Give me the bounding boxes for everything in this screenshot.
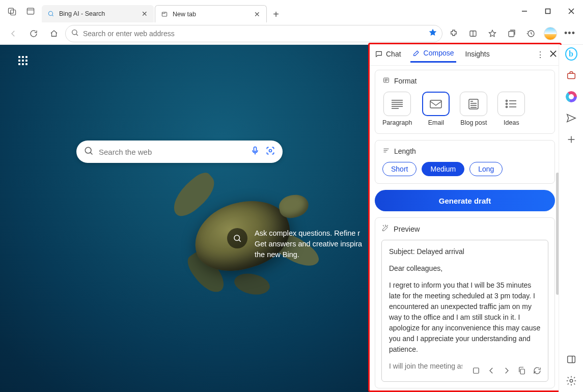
svg-rect-5 [546,9,550,14]
tab-actions-icon[interactable] [21,2,40,20]
format-label: Email [428,119,444,126]
workspaces-icon[interactable] [3,2,21,20]
m365-icon [566,91,577,102]
svg-rect-2 [27,8,34,14]
promo-line: the new Bing. [255,249,362,260]
format-option-blog[interactable]: Blog post [460,92,487,126]
tab-new-tab[interactable]: New tab ✕ [155,5,267,22]
svg-rect-23 [567,73,575,78]
sidebar-tab-label: Chat [386,50,401,58]
collections-button[interactable] [503,24,521,43]
m365-button[interactable] [565,91,577,103]
send-button[interactable] [565,112,577,124]
preview-heading-icon [381,224,390,234]
split-screen-button[interactable] [464,24,482,43]
new-tab-button[interactable]: + [268,6,284,22]
sidebar-body: Format Paragraph Email Blog post [370,66,560,390]
copy-icon[interactable] [517,366,526,378]
window-minimize-button[interactable] [513,3,536,19]
previous-icon[interactable] [487,366,496,378]
sidebar-close-button[interactable] [549,50,557,60]
format-option-paragraph[interactable]: Paragraph [382,92,412,126]
length-heading: Length [394,147,416,155]
svg-point-20 [506,106,508,108]
tab-title: New tab [173,11,196,18]
svg-point-6 [72,30,77,34]
format-card: Format Paragraph Email Blog post [375,70,555,134]
image-search-icon[interactable] [265,146,275,158]
svg-point-13 [269,150,272,152]
length-option-short[interactable]: Short [382,162,417,176]
svg-rect-0 [9,8,14,13]
svg-rect-22 [520,369,524,374]
favorite-star-icon[interactable] [429,29,437,39]
profile-button[interactable] [541,24,560,43]
sidebar-tab-chat[interactable]: Chat [373,48,403,62]
svg-point-3 [48,11,52,15]
rail-collapse-button[interactable] [565,353,577,366]
svg-point-19 [506,103,508,105]
page-search-input[interactable] [99,148,245,156]
tab-bing-ai[interactable]: Bing AI - Search ✕ [42,5,154,22]
length-option-medium[interactable]: Medium [422,162,464,176]
length-heading-icon [382,147,390,156]
preview-card: Preview Subject: Delayed arrival Dear co… [375,217,555,388]
regenerate-icon[interactable] [533,366,542,378]
promo-search-icon[interactable] [227,228,247,248]
sidebar-tab-insights[interactable]: Insights [463,48,492,62]
app-rail: b [559,45,583,392]
preview-greeting: Dear colleagues, [389,263,541,274]
length-card: Length Short Medium Long [375,140,555,184]
svg-point-18 [506,100,508,102]
more-dots-icon: ••• [564,28,575,39]
window-maximize-button[interactable] [536,3,560,19]
tab-close-button[interactable]: ✕ [140,9,150,19]
svg-rect-16 [430,100,441,108]
format-option-ideas[interactable]: Ideas [497,92,525,126]
tab-close-button[interactable]: ✕ [252,9,262,19]
svg-rect-21 [474,368,479,374]
window-close-button[interactable] [560,3,583,19]
page-search-box[interactable] [76,141,283,163]
svg-rect-8 [509,31,514,37]
promo-line: Ask complex questions. Refine r [255,228,362,239]
format-label: Blog post [460,119,487,126]
preview-textarea[interactable]: Subject: Delayed arrival Dear colleagues… [381,240,548,382]
svg-rect-12 [254,147,257,152]
sidebar-tab-label: Insights [465,50,490,58]
svg-point-14 [234,235,240,241]
add-app-button[interactable] [565,133,577,146]
sidebar-tabs: Chat Compose Insights ⋮ [370,44,560,66]
work-tools-button[interactable] [565,69,577,81]
extensions-button[interactable] [445,24,463,43]
back-button[interactable] [4,24,22,43]
preview-subject: Subject: Delayed arrival [389,246,541,257]
stop-icon[interactable] [471,366,481,378]
sidebar-tab-compose[interactable]: Compose [410,47,456,63]
preview-body: I regret to inform you that I will be 35… [389,280,541,355]
format-heading-icon [382,76,390,86]
sidebar-more-button[interactable]: ⋮ [535,50,545,60]
more-button[interactable]: ••• [561,24,579,43]
format-option-email[interactable]: Email [422,92,450,126]
bing-ai-button[interactable]: b [565,48,577,60]
preview-heading: Preview [394,225,420,233]
svg-rect-1 [11,10,16,15]
address-bar[interactable] [65,25,442,42]
refresh-button[interactable] [24,24,43,43]
generate-draft-button[interactable]: Generate draft [375,190,555,211]
format-label: Paragraph [382,119,412,126]
home-button[interactable] [45,24,63,43]
address-input[interactable] [83,30,429,38]
history-button[interactable] [522,24,540,43]
promo-line: Get answers and creative inspira [255,239,362,249]
bing-promo: Ask complex questions. Refine r Get answ… [227,228,362,260]
favorites-button[interactable] [483,24,502,43]
length-option-long[interactable]: Long [469,162,503,176]
next-icon[interactable] [502,366,511,378]
bing-sidebar: Chat Compose Insights ⋮ Format [368,43,562,392]
bing-favicon-icon [47,10,55,18]
rail-settings-button[interactable] [565,375,577,387]
app-launcher-button[interactable] [18,56,29,66]
voice-search-icon[interactable] [250,146,260,158]
